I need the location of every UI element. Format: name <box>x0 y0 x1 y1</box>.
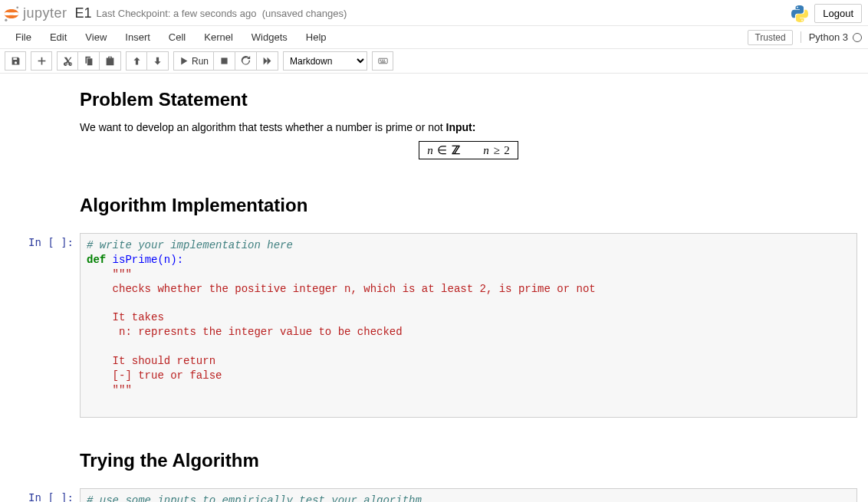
restart-button[interactable] <box>235 51 257 71</box>
restart-run-all-button[interactable] <box>257 51 278 71</box>
interrupt-button[interactable] <box>214 51 235 71</box>
math-input-spec: n ∈ ℤ n ≥ 2 <box>419 141 518 159</box>
add-cell-button[interactable] <box>31 51 52 71</box>
restart-icon <box>241 56 251 66</box>
code-cell-isprime[interactable]: # write your implementation here def isP… <box>80 233 857 418</box>
prompt-empty: In [ ]: <box>11 190 80 227</box>
menu-file[interactable]: File <box>6 28 41 46</box>
run-button[interactable]: Run <box>173 51 214 71</box>
svg-rect-7 <box>380 61 386 62</box>
svg-rect-4 <box>380 60 381 61</box>
menu-kernel[interactable]: Kernel <box>195 28 242 46</box>
checkpoint-status: Last Checkpoint: a few seconds ago (unsa… <box>97 8 347 19</box>
jupyter-logo-icon <box>3 5 20 22</box>
menu-widgets[interactable]: Widgets <box>242 28 297 46</box>
stop-icon <box>219 56 229 66</box>
arrow-up-icon <box>132 56 142 66</box>
markdown-cell-algo[interactable]: Algorithm Implementation <box>80 190 857 227</box>
heading-problem-statement: Problem Statement <box>80 89 857 110</box>
play-icon <box>179 56 189 66</box>
code-cell-test[interactable]: # use some inputs to empirically test yo… <box>80 488 857 502</box>
svg-rect-2 <box>221 57 227 64</box>
cut-icon <box>63 56 73 66</box>
paste-button[interactable] <box>100 51 121 71</box>
paste-icon <box>105 56 115 66</box>
python-icon <box>791 5 808 22</box>
logout-button[interactable]: Logout <box>814 4 862 23</box>
menu-help[interactable]: Help <box>297 28 336 46</box>
menu-view[interactable]: View <box>76 28 116 46</box>
move-down-button[interactable] <box>147 51 169 71</box>
svg-point-0 <box>16 6 18 8</box>
svg-point-1 <box>5 18 7 21</box>
svg-rect-3 <box>378 58 386 64</box>
menu-insert[interactable]: Insert <box>116 28 159 46</box>
copy-icon <box>84 56 94 66</box>
markdown-cell-problem[interactable]: Problem Statement We want to develop an … <box>80 84 857 162</box>
command-palette-button[interactable] <box>372 51 393 71</box>
trusted-indicator[interactable]: Trusted <box>748 30 792 45</box>
markdown-cell-try[interactable]: Trying the Algorithm <box>80 445 857 482</box>
heading-trying-algorithm: Trying the Algorithm <box>80 450 857 471</box>
fast-forward-icon <box>262 56 272 66</box>
menu-cell[interactable]: Cell <box>159 28 195 46</box>
menu-edit[interactable]: Edit <box>41 28 76 46</box>
logo-text: jupyter <box>23 5 67 21</box>
cut-button[interactable] <box>57 51 78 71</box>
kernel-name[interactable]: Python 3 <box>801 31 862 43</box>
cell-type-select[interactable]: Markdown <box>283 51 367 71</box>
arrow-down-icon <box>153 56 163 66</box>
svg-rect-6 <box>383 60 385 61</box>
save-icon <box>11 56 21 66</box>
move-up-button[interactable] <box>126 51 147 71</box>
prompt-empty: In [ ]: <box>11 84 80 162</box>
prompt-empty: In [ ]: <box>11 445 80 482</box>
heading-algorithm-implementation: Algorithm Implementation <box>80 195 857 216</box>
svg-rect-5 <box>381 60 383 61</box>
keyboard-icon <box>378 56 388 66</box>
plus-icon <box>37 56 47 66</box>
copy-button[interactable] <box>78 51 100 71</box>
jupyter-logo[interactable]: jupyter <box>3 5 67 22</box>
kernel-idle-icon <box>853 33 862 42</box>
problem-text: We want to develop an algorithm that tes… <box>80 121 857 133</box>
save-button[interactable] <box>5 51 26 71</box>
notebook-name[interactable]: E1 <box>75 5 92 21</box>
prompt-in-2: In [ ]: <box>11 488 80 502</box>
prompt-in-1: In [ ]: <box>11 233 80 439</box>
